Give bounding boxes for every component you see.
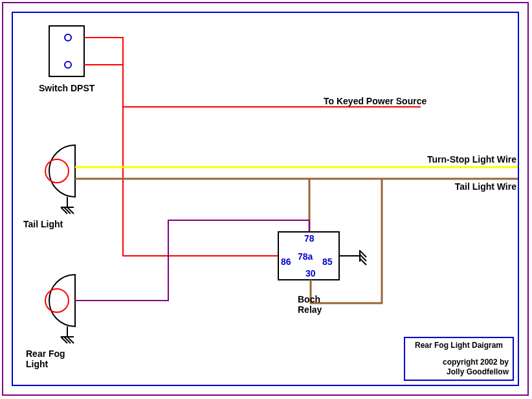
label-tail-wire: Tail Light Wire (455, 181, 516, 192)
relay-pin-78: 78 (304, 233, 315, 244)
label-switch: Switch DPST (39, 83, 94, 93)
label-rear-fog-2: Light (26, 359, 48, 369)
label-keyed-power: To Keyed Power Source (324, 96, 427, 106)
label-tail-light: Tail Light (23, 219, 63, 229)
label-relay-2: Relay (298, 304, 322, 315)
info-copyright-1: copyright 2002 by (409, 358, 509, 368)
label-turn-stop: Turn-Stop Light Wire (427, 154, 516, 165)
info-title: Rear Fog Light Daigram (409, 341, 509, 351)
label-rear-fog-1: Rear Fog (26, 348, 65, 359)
relay-pin-85: 85 (322, 256, 333, 267)
relay-pin-30: 30 (305, 268, 316, 279)
inner-border (12, 12, 519, 386)
label-relay-1: Boch (298, 294, 320, 304)
info-copyright-2: Jolly Goodfellow (409, 367, 509, 378)
relay-pin-78a: 78a (298, 251, 313, 262)
relay-pin-86: 86 (281, 256, 291, 267)
info-box: Rear Fog Light Daigram copyright 2002 by… (404, 337, 514, 381)
